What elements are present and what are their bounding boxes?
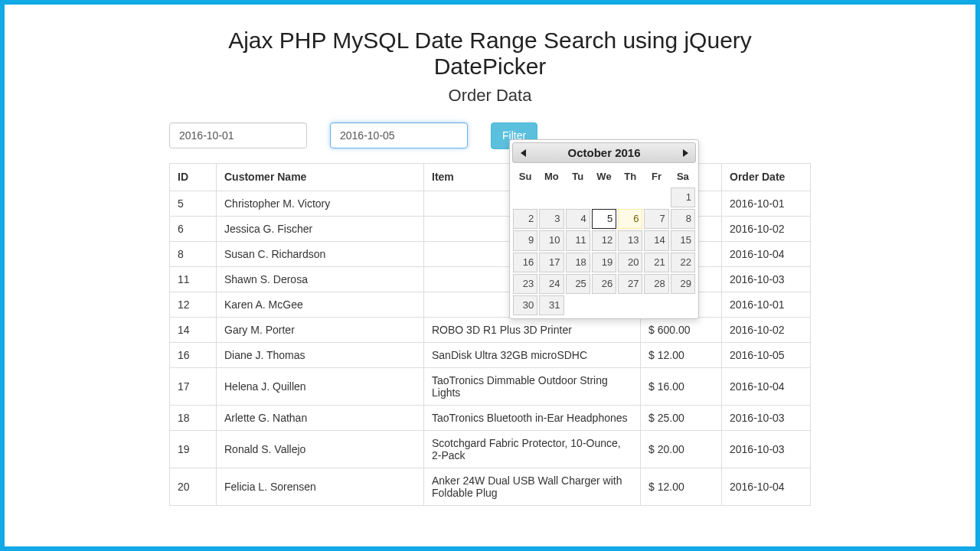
cell-customer: Gary M. Porter xyxy=(217,318,424,343)
calendar-day[interactable]: 4 xyxy=(566,209,590,229)
col-date: Order Date xyxy=(722,163,811,191)
table-row: 6Jessica G. Fischer$ 800.002016-10-02 xyxy=(170,217,811,242)
datepicker-header: October 2016 xyxy=(512,142,696,163)
calendar-empty xyxy=(592,297,616,315)
cell-date: 2016-10-04 xyxy=(722,242,811,267)
calendar-day[interactable]: 25 xyxy=(566,274,590,294)
calendar-day[interactable]: 5 xyxy=(592,209,616,229)
to-date-input[interactable] xyxy=(330,122,468,148)
cell-value: $ 20.00 xyxy=(641,431,722,468)
table-row: 17Helena J. QuillenTaoTronics Dimmable O… xyxy=(170,368,811,406)
table-row: 18Arlette G. NathanTaoTronics Bluetooth … xyxy=(170,406,811,431)
dow-label: Su xyxy=(512,166,538,187)
cell-id: 18 xyxy=(170,406,217,431)
calendar-empty xyxy=(566,189,590,207)
calendar-day[interactable]: 26 xyxy=(592,274,616,294)
cell-id: 14 xyxy=(170,318,217,343)
calendar-day[interactable]: 12 xyxy=(592,230,616,250)
calendar-day[interactable]: 31 xyxy=(539,295,564,315)
calendar-day[interactable]: 19 xyxy=(592,253,616,272)
cell-value: $ 600.00 xyxy=(641,318,722,343)
calendar-day[interactable]: 2 xyxy=(513,209,537,229)
cell-customer: Diane J. Thomas xyxy=(217,343,424,368)
calendar-day[interactable]: 10 xyxy=(539,230,564,250)
calendar-day[interactable]: 18 xyxy=(566,253,590,272)
table-row: 16Diane J. ThomasSanDisk Ultra 32GB micr… xyxy=(170,343,811,368)
cell-date: 2016-10-03 xyxy=(722,431,811,468)
calendar-day[interactable]: 15 xyxy=(671,230,695,250)
calendar-day[interactable]: 6 xyxy=(618,209,642,229)
calendar-day[interactable]: 8 xyxy=(671,209,695,229)
calendar-empty xyxy=(592,189,616,207)
calendar-empty xyxy=(644,189,668,207)
cell-value: $ 12.00 xyxy=(641,468,722,506)
cell-id: 16 xyxy=(170,343,217,368)
calendar-day[interactable]: 13 xyxy=(618,230,642,250)
filter-controls: Filter xyxy=(169,122,811,149)
calendar-empty xyxy=(513,189,537,207)
cell-id: 5 xyxy=(170,191,217,217)
cell-date: 2016-10-03 xyxy=(722,267,811,292)
dow-label: Mo xyxy=(538,166,564,187)
cell-item: SanDisk Ultra 32GB microSDHC xyxy=(424,343,641,368)
page-title: Ajax PHP MySQL Date Range Search using j… xyxy=(169,28,811,80)
cell-date: 2016-10-03 xyxy=(722,406,811,431)
calendar-day[interactable]: 20 xyxy=(618,253,642,272)
cell-customer: Susan C. Richardson xyxy=(217,242,424,267)
calendar-day[interactable]: 17 xyxy=(539,253,564,272)
calendar-empty xyxy=(671,297,695,315)
calendar-day[interactable]: 3 xyxy=(539,209,564,229)
order-table: ID Customer Name Item Value Order Date 5… xyxy=(169,163,811,507)
cell-date: 2016-10-04 xyxy=(722,368,811,406)
calendar-day[interactable]: 1 xyxy=(671,187,695,207)
table-row: 20Felicia L. SorensenAnker 24W Dual USB … xyxy=(170,468,811,506)
calendar-day[interactable]: 14 xyxy=(644,230,668,250)
calendar-day[interactable]: 22 xyxy=(671,253,695,272)
table-row: 5Christopher M. Victory$ 100.002016-10-0… xyxy=(170,191,811,217)
cell-customer: Arlette G. Nathan xyxy=(217,406,424,431)
calendar-empty xyxy=(618,297,642,315)
cell-id: 19 xyxy=(170,431,217,468)
cell-customer: Ronald S. Vallejo xyxy=(217,431,424,468)
datepicker-popup[interactable]: October 2016 SuMoTuWeThFrSa 123456789101… xyxy=(509,139,699,319)
table-row: 8Susan C. Richardson$ 200.002016-10-04 xyxy=(170,242,811,267)
calendar-day[interactable]: 24 xyxy=(539,274,564,294)
cell-customer: Helena J. Quillen xyxy=(217,368,424,406)
calendar-day[interactable]: 27 xyxy=(618,274,642,294)
calendar-empty xyxy=(566,297,590,315)
table-row: 11Shawn S. Derosa$ 180.002016-10-03 xyxy=(170,267,811,292)
calendar-day[interactable]: 9 xyxy=(513,230,537,250)
cell-customer: Felicia L. Sorensen xyxy=(217,468,424,506)
cell-item: TaoTronics Bluetooth in-Ear Headphones xyxy=(424,406,641,431)
table-row: 12Karen A. McGee$ 25.002016-10-01 xyxy=(170,292,811,318)
cell-item: ROBO 3D R1 Plus 3D Printer xyxy=(424,318,641,343)
calendar-empty xyxy=(539,189,564,207)
calendar-day[interactable]: 21 xyxy=(644,253,668,272)
prev-month-button[interactable] xyxy=(516,146,530,160)
from-date-input[interactable] xyxy=(169,122,307,148)
cell-id: 8 xyxy=(170,242,217,267)
calendar-day[interactable]: 29 xyxy=(671,274,695,294)
calendar-day[interactable]: 11 xyxy=(566,230,590,250)
cell-id: 12 xyxy=(170,292,217,318)
calendar-day[interactable]: 30 xyxy=(513,295,537,315)
table-row: 14Gary M. PorterROBO 3D R1 Plus 3D Print… xyxy=(170,318,811,343)
cell-item: TaoTronics Dimmable Outdoor String Light… xyxy=(424,368,641,406)
calendar-day[interactable]: 16 xyxy=(513,253,537,272)
cell-customer: Karen A. McGee xyxy=(217,292,424,318)
datepicker-calendar: SuMoTuWeThFrSa 1234567891011121314151617… xyxy=(512,166,696,316)
calendar-day[interactable]: 23 xyxy=(513,274,537,294)
calendar-day[interactable]: 7 xyxy=(644,209,668,229)
dow-label: Tu xyxy=(565,166,591,187)
page-subtitle: Order Data xyxy=(169,86,811,106)
next-month-button[interactable] xyxy=(678,146,692,160)
calendar-day[interactable]: 28 xyxy=(644,274,668,294)
col-customer: Customer Name xyxy=(217,163,424,191)
cell-value: $ 25.00 xyxy=(641,406,722,431)
cell-customer: Christopher M. Victory xyxy=(217,191,424,217)
cell-date: 2016-10-02 xyxy=(722,217,811,242)
app-frame: Ajax PHP MySQL Date Range Search using j… xyxy=(0,0,980,551)
col-id: ID xyxy=(170,163,217,191)
cell-id: 17 xyxy=(170,368,217,406)
cell-customer: Jessica G. Fischer xyxy=(217,217,424,242)
